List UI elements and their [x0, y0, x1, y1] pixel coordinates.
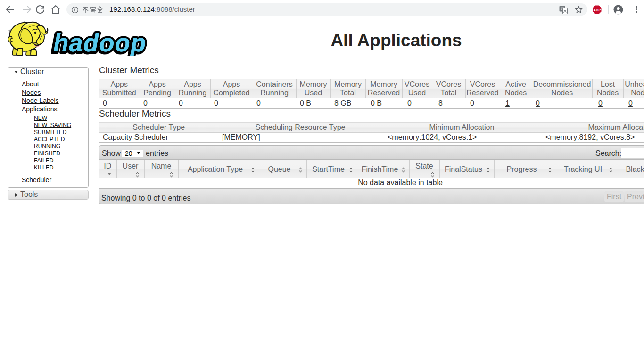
- svg-text:hadoop: hadoop: [53, 29, 146, 56]
- svg-text:ABP: ABP: [594, 8, 601, 12]
